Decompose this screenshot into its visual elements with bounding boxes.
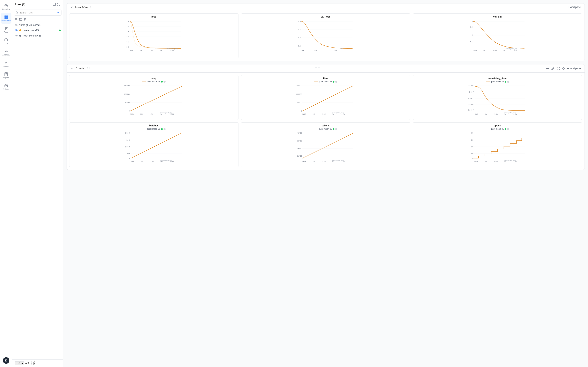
- svg-text:1.7: 1.7: [126, 36, 129, 38]
- chart-tokens-legend: quiet-moon-25: [243, 128, 408, 130]
- nav-workspace-label: Workspace: [1, 20, 11, 22]
- loss-val-charts: loss 2 1.9 1.8 1.7 1.6 1.5: [67, 11, 585, 61]
- next-page-btn[interactable]: ›: [34, 361, 35, 365]
- add-panel-btn-2[interactable]: Add panel: [567, 67, 581, 70]
- charts-settings-btn[interactable]: [562, 67, 565, 70]
- chart-epoch-legend: quiet-moon-25: [415, 128, 580, 130]
- columns-btn[interactable]: [19, 18, 22, 21]
- left-navigation: Overview Workspace Runs Jobs Automat.: [0, 0, 12, 367]
- chart-tokens: tokens quiet-moon-25 4e+10 3e+10 2e+10 1…: [241, 122, 410, 167]
- chart-menu-4: [164, 128, 165, 130]
- prev-page-btn[interactable]: ‹: [31, 361, 32, 365]
- svg-text:trainer/global_step: trainer/global_step: [332, 112, 344, 114]
- svg-text:100k: 100k: [313, 50, 317, 51]
- nav-overview[interactable]: Overview: [1, 2, 11, 12]
- svg-text:1M: 1M: [140, 50, 142, 51]
- legend-label-4: quiet-moon-25: [147, 128, 160, 130]
- chart-loss: loss 2 1.9 1.8 1.7 1.6 1.5: [69, 13, 238, 58]
- svg-point-61: [563, 68, 564, 69]
- svg-text:trainer/global_step: trainer/global_step: [166, 48, 178, 50]
- add-panel-label-1: Add panel: [570, 6, 581, 8]
- svg-text:1.7: 1.7: [298, 29, 301, 31]
- svg-text:100000: 100000: [124, 93, 130, 95]
- table-view-btn[interactable]: [52, 2, 56, 6]
- svg-text:2e+6: 2e+6: [126, 139, 130, 141]
- svg-text:30: 30: [471, 153, 473, 155]
- chart-val-loss: val_loss 1.8 1.7 1.6 1.5 50k 100k 150k S…: [241, 13, 410, 58]
- sort-btn[interactable]: [24, 18, 26, 21]
- svg-text:1.8: 1.8: [298, 20, 301, 22]
- svg-text:1.5e+6: 1.5e+6: [125, 146, 130, 148]
- svg-text:50: 50: [471, 139, 473, 141]
- chart-loss-svg: 2 1.9 1.8 1.7 1.6 1.5: [71, 19, 237, 52]
- charts-fullscreen-btn[interactable]: [556, 67, 560, 70]
- svg-text:1.5M: 1.5M: [150, 113, 153, 115]
- chart-batches: batches quiet-moon-25 2.5e+6 2e+6 1.5e+6…: [69, 122, 238, 167]
- nav-reports[interactable]: Reports: [1, 70, 11, 81]
- nav-workspace[interactable]: Workspace: [1, 13, 11, 24]
- nav-sweeps[interactable]: Sweeps: [1, 59, 11, 69]
- chart-remaining-time-legend: quiet-moon-25: [415, 81, 580, 83]
- chart-val-ppl-title: val_ppl: [415, 15, 580, 18]
- nav-automat[interactable]: Automat.: [1, 47, 11, 58]
- svg-text:1.9: 1.9: [126, 25, 129, 27]
- svg-text:0: 0: [301, 110, 302, 112]
- legend-line-1: [142, 82, 146, 82]
- search-container: ✱: [14, 9, 61, 16]
- collapse-loss-btn[interactable]: [70, 6, 73, 9]
- chart-val-loss-svg: 1.8 1.7 1.6 1.5 50k 100k 150k Step: [243, 19, 408, 52]
- visibility-icon-1: [15, 29, 17, 32]
- legend-label-6: quiet-moon-25: [491, 128, 504, 130]
- chart-epoch: epoch quiet-moon-25 60 50 40 30 20: [413, 122, 582, 167]
- svg-text:2.5M: 2.5M: [170, 50, 174, 51]
- run-item-fresh-serenity[interactable]: fresh-serenity-23: [12, 33, 63, 38]
- svg-text:1M: 1M: [140, 113, 143, 115]
- run-name-1: quiet-moon-25: [23, 29, 57, 32]
- charts-menu-btn[interactable]: •••: [546, 67, 549, 70]
- svg-text:40: 40: [471, 146, 473, 148]
- user-avatar[interactable]: K: [3, 357, 9, 364]
- svg-text:1M: 1M: [483, 50, 485, 51]
- svg-text:1.6: 1.6: [298, 37, 301, 39]
- chart-remaining-time-title: remaining_time: [415, 77, 580, 80]
- run-item-quiet-moon[interactable]: quiet-moon-25: [12, 28, 63, 33]
- legend-line-3: [486, 82, 490, 82]
- nav-runs[interactable]: Runs: [1, 25, 11, 35]
- legend-line-2: [314, 82, 318, 82]
- svg-text:2.5e+6: 2.5e+6: [125, 132, 130, 134]
- filter-icon-btn[interactable]: [15, 18, 17, 21]
- loss-val-header: Loss & Val 3 Add panel: [67, 3, 585, 11]
- add-panel-btn-1[interactable]: Add panel: [567, 6, 581, 8]
- chart-time-svg: 300000 200000 100000 0 500k 1M 1.5M 2M 2…: [243, 83, 408, 116]
- search-input[interactable]: [19, 11, 55, 14]
- svg-text:500k: 500k: [131, 161, 135, 162]
- legend-line-5: [314, 129, 318, 129]
- search-filter-btn[interactable]: ✱: [57, 11, 60, 15]
- charts-section: Charts 12 ⠿⠿ •••: [67, 64, 585, 170]
- svg-text:2M: 2M: [503, 50, 505, 51]
- svg-text:100000: 100000: [296, 102, 302, 104]
- charts-header: Charts 12 ⠿⠿ •••: [67, 64, 585, 73]
- nav-automat-label: Automat.: [2, 54, 9, 56]
- main-content: Loss & Val 3 Add panel loss 2 1.9 1.8 1.…: [63, 0, 588, 367]
- run-name-2: fresh-serenity-23: [23, 34, 61, 37]
- svg-point-1: [6, 5, 7, 6]
- chart-tokens-svg: 4e+10 3e+10 2e+10 1e+10 500k 1M 1.5M 2M …: [243, 131, 408, 163]
- charts-edit-btn[interactable]: [551, 67, 555, 70]
- svg-rect-2: [4, 16, 6, 17]
- svg-text:1.5: 1.5: [298, 45, 301, 47]
- nav-runs-label: Runs: [4, 31, 8, 33]
- collapse-charts-btn[interactable]: [70, 67, 73, 70]
- svg-text:1e+10: 1e+10: [297, 155, 302, 157]
- nav-artifacts[interactable]: Artifacts: [1, 82, 11, 92]
- expand-btn[interactable]: [57, 2, 61, 6]
- svg-text:2M: 2M: [160, 50, 162, 51]
- nav-jobs[interactable]: Jobs: [1, 36, 11, 47]
- legend-label-3: quiet-moon-25: [491, 81, 504, 83]
- page-select[interactable]: 1-2: [15, 361, 24, 365]
- svg-text:1M: 1M: [312, 113, 315, 115]
- svg-text:1.5M: 1.5M: [322, 161, 326, 162]
- svg-rect-11: [19, 18, 22, 20]
- search-icon: [16, 11, 18, 14]
- legend-dot-3: [505, 81, 506, 83]
